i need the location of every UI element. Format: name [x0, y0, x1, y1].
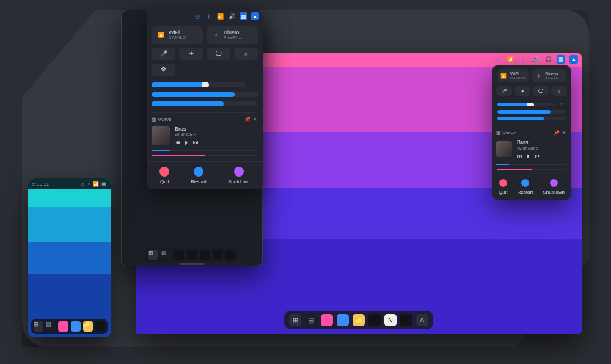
mic-slider[interactable] [152, 101, 258, 106]
phone-screen: ◇ 19:11 ◷ ᚼ 📶 ▦ ⊞ ▤ 📁 [28, 178, 111, 337]
user-icon[interactable]: ▲ [569, 55, 578, 64]
divider [497, 169, 566, 170]
dock-app-dark2[interactable] [400, 314, 412, 326]
dock-terminal[interactable]: ▤ [161, 250, 171, 260]
bt-title: Blueto… [224, 30, 245, 35]
dock-terminal[interactable]: ▤ [46, 321, 56, 332]
wifi-tile[interactable]: 📶 WiFiCAMILO [152, 26, 203, 44]
dock-app[interactable] [213, 250, 222, 260]
airplane-toggle[interactable]: ✈ [514, 86, 530, 96]
next-button[interactable]: ⏭ [535, 153, 541, 159]
dock-app-bars[interactable] [337, 314, 349, 326]
album-art[interactable] [496, 141, 512, 157]
progress-bar[interactable] [152, 150, 258, 151]
chevron-right-icon[interactable]: › [557, 101, 566, 107]
bluetooth-tile[interactable]: ᚼ Blueto…PinePh… [532, 69, 566, 82]
wallpaper [28, 178, 111, 337]
phone-dock: ⊞ ▤ 📁 [31, 319, 108, 334]
volume-slider[interactable]: › [497, 101, 566, 107]
prev-button[interactable]: ⏮ [175, 139, 180, 145]
media-app: Vvave [502, 130, 516, 136]
dock-app-a[interactable]: A [416, 314, 428, 326]
bluetooth-icon[interactable]: ᚼ [518, 55, 527, 64]
headphones-icon[interactable]: 🎧 [544, 55, 552, 64]
progress-bar[interactable] [496, 164, 567, 165]
dock-app-pink[interactable] [321, 314, 333, 326]
statusbar: ◇ 19:11 ◷ ᚼ 📶 ▦ [28, 178, 111, 189]
dock-app-pink[interactable] [58, 321, 68, 332]
close-icon[interactable]: ✕ [253, 117, 258, 122]
chevron-right-icon[interactable]: › [249, 82, 258, 88]
dock: ⊞ ▤ 📁 N A [284, 311, 433, 329]
prev-button[interactable]: ⏮ [517, 153, 522, 159]
wifi-title: WiFi [169, 30, 186, 35]
track-artist: Wolf Alice [517, 145, 541, 151]
wifi-ssid: CAMILO [510, 76, 525, 80]
media-widget: ▦ Vvave 📌 ✕ Bros Wolf Alice ⏮ ⏵ ⏭ [496, 126, 567, 165]
bluetooth-icon: ᚼ [211, 32, 220, 38]
quit-button[interactable]: Quit [159, 167, 169, 184]
shutdown-button[interactable]: Shutdown [543, 179, 565, 195]
bluetooth-tile[interactable]: ᚼ Blueto…PinePh… [207, 26, 258, 44]
wifi-icon[interactable]: 📶 [505, 55, 514, 64]
volume-slider[interactable]: › [152, 82, 258, 88]
dock-app[interactable] [225, 250, 235, 260]
shutdown-button[interactable]: Shutdown [228, 167, 250, 184]
settings-toggle[interactable]: ⚙ [152, 64, 175, 76]
dock-app[interactable] [200, 250, 210, 260]
airplane-toggle[interactable]: ✈ [179, 48, 203, 60]
dock-files[interactable]: 📁 [83, 321, 93, 332]
close-icon[interactable]: ✕ [562, 130, 567, 136]
bt-title: Blueto… [545, 71, 563, 76]
grid-icon[interactable]: ▦ [557, 55, 565, 64]
dock-app-notion[interactable]: N [384, 314, 397, 326]
quit-button[interactable]: Quit [499, 179, 508, 195]
album-art[interactable] [152, 126, 170, 145]
dock-app-bars[interactable] [71, 321, 81, 332]
wifi-icon[interactable]: 📶 [216, 12, 224, 20]
play-button[interactable]: ⏵ [526, 153, 532, 159]
brightness-toggle[interactable]: ☼ [234, 48, 258, 60]
dock-files[interactable]: 📁 [353, 314, 365, 326]
play-button[interactable]: ⏵ [184, 139, 189, 145]
restart-button[interactable]: Restart [518, 179, 533, 195]
brightness-toggle[interactable]: ☼ [551, 86, 567, 96]
pin-icon[interactable]: 📌 [554, 130, 560, 136]
menubar-tray: ◇ 📶 ᚼ 🔊 🎧 ▦ ▲ [492, 55, 578, 64]
dock-launcher[interactable]: ⊞ [289, 314, 301, 326]
wifi-title: WiFi [510, 71, 525, 76]
grid-icon[interactable]: ▦ [240, 12, 247, 20]
restart-button[interactable]: Restart [191, 167, 207, 184]
volume-icon[interactable]: 🔊 [228, 12, 236, 20]
dock-app[interactable] [95, 321, 105, 332]
screen-toggle[interactable]: 🖵 [207, 48, 230, 60]
bluetooth-icon: ᚼ [535, 73, 541, 79]
dock-launcher[interactable]: ⊞ [148, 250, 158, 260]
user-icon[interactable]: ▲ [251, 12, 259, 20]
next-button[interactable]: ⏭ [193, 139, 199, 145]
media-widget: ▦ Vvave 📌 ✕ Bros Wolf Alice ⏮ ⏵ ⏭ [152, 112, 258, 151]
wifi-icon: 📶 [156, 32, 165, 38]
clock: 19:11 [37, 181, 49, 187]
dock-app[interactable] [187, 250, 197, 260]
clock-icon[interactable]: ◷ [193, 12, 201, 20]
status-icons: ◷ ᚼ 📶 ▦ [81, 181, 107, 187]
brightness-slider[interactable] [152, 92, 258, 97]
bell-icon[interactable]: ◇ [492, 55, 501, 64]
mic-slider[interactable] [497, 117, 566, 120]
track-title: Bros [517, 139, 541, 145]
dock-terminal[interactable]: ▤ [305, 314, 317, 326]
control-center-panel-desktop: 📶 WiFiCAMILO ᚼ Blueto…PinePh… 🎤 ✈ 🖵 ☼ › … [492, 65, 571, 200]
mic-toggle[interactable]: 🎤 [152, 48, 175, 60]
wifi-tile[interactable]: 📶 WiFiCAMILO [497, 69, 529, 82]
volume-icon[interactable]: 🔊 [531, 55, 540, 64]
dock-app[interactable] [174, 250, 184, 260]
bluetooth-icon[interactable]: ᚼ [205, 12, 213, 20]
dock-launcher[interactable]: ⊞ [34, 321, 43, 332]
brightness-slider[interactable] [497, 110, 566, 114]
screen-toggle[interactable]: 🖵 [533, 86, 549, 96]
dock-app-dark[interactable] [368, 314, 381, 326]
mic-toggle[interactable]: 🎤 [496, 86, 512, 96]
pin-icon[interactable]: 📌 [244, 117, 251, 122]
wifi-icon: 📶 [500, 73, 507, 79]
